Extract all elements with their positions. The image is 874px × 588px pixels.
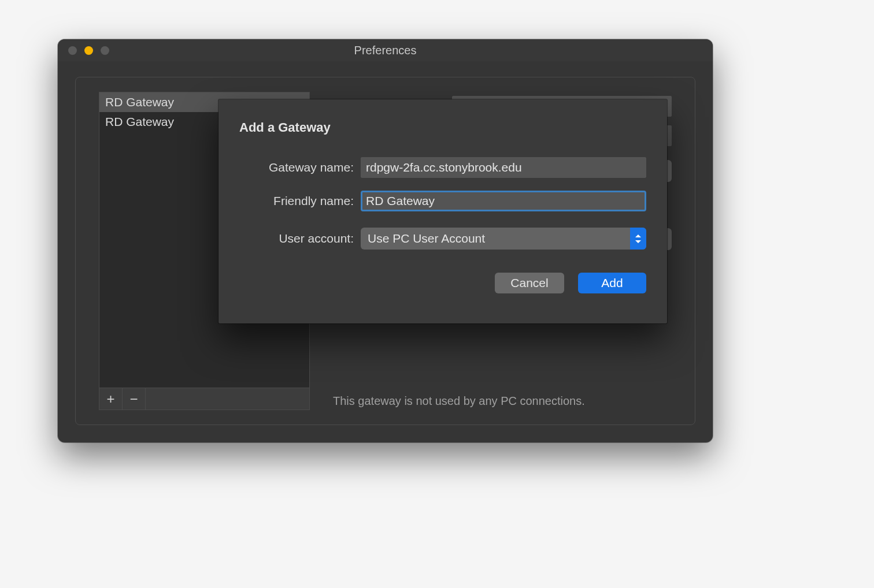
friendly-name-label: Friendly name: [239, 194, 354, 208]
minus-icon: − [129, 391, 138, 407]
gateway-name-row: Gateway name: [239, 157, 646, 178]
gateway-name-label: Gateway name: [239, 161, 354, 174]
user-account-row: User account: Use PC User Account [239, 228, 646, 250]
chevron-up-down-icon [630, 228, 646, 250]
minimize-button[interactable] [84, 46, 93, 55]
sheet-title: Add a Gateway [239, 120, 646, 135]
close-button[interactable] [68, 46, 77, 55]
sheet-buttons: Cancel Add [239, 273, 646, 293]
add-gateway-button[interactable]: + [99, 388, 123, 410]
preferences-window: Preferences RD Gateway RD Gateway + [58, 39, 713, 442]
titlebar: Preferences [58, 39, 713, 61]
status-text: This gateway is not used by any PC conne… [333, 395, 585, 408]
friendly-name-row: Friendly name: [239, 191, 646, 211]
user-account-select[interactable]: Use PC User Account [361, 228, 646, 250]
list-item-label: RD Gateway [105, 115, 174, 128]
list-toolbar: + − [99, 388, 310, 410]
user-account-label: User account: [239, 232, 354, 245]
traffic-lights [68, 46, 109, 55]
select-value: Use PC User Account [361, 232, 630, 245]
gateway-name-input[interactable] [361, 157, 646, 178]
window-title: Preferences [58, 44, 713, 57]
add-button[interactable]: Add [578, 273, 646, 293]
friendly-name-input[interactable] [361, 191, 646, 211]
list-item-label: RD Gateway [105, 95, 174, 109]
maximize-button[interactable] [101, 46, 109, 55]
plus-icon: + [106, 391, 114, 407]
remove-gateway-button[interactable]: − [123, 388, 146, 410]
cancel-button[interactable]: Cancel [495, 273, 564, 293]
add-gateway-sheet: Add a Gateway Gateway name: Friendly nam… [218, 99, 667, 323]
